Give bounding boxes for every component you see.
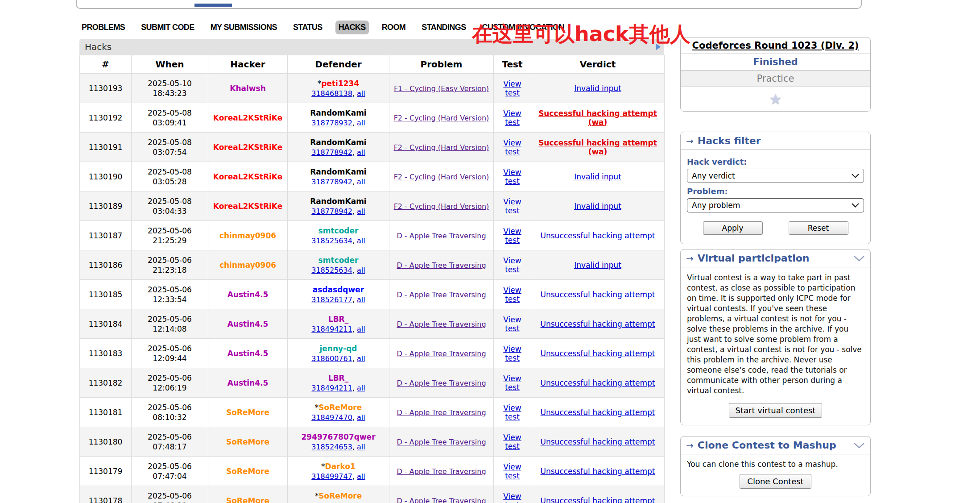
defender-handle-link[interactable]: peti1234 xyxy=(321,79,359,88)
hacker-handle-link[interactable]: SoReMore xyxy=(226,408,269,417)
all-submissions-link[interactable]: all xyxy=(357,472,365,481)
view-test-link[interactable]: View test xyxy=(503,197,521,215)
hacker-handle-link[interactable]: KoreaL2KStRiKe xyxy=(213,202,282,211)
chevron-down-icon[interactable] xyxy=(853,442,865,449)
hacker-handle-link[interactable]: KoreaL2KStRiKe xyxy=(213,172,282,181)
view-test-link[interactable]: View test xyxy=(503,168,521,186)
submission-link[interactable]: 318778942 xyxy=(311,207,352,216)
submission-link[interactable]: 318497470 xyxy=(311,413,352,422)
hacker-handle-link[interactable]: chinmay0906 xyxy=(219,231,276,240)
all-submissions-link[interactable]: all xyxy=(357,178,365,186)
defender-handle-link[interactable]: smtcoder xyxy=(318,226,359,235)
submission-link[interactable]: 318778932 xyxy=(311,119,352,127)
defender-handle-link[interactable]: SoReMore xyxy=(318,491,362,500)
chevron-down-icon[interactable] xyxy=(853,255,865,262)
view-test-link[interactable]: View test xyxy=(503,286,521,303)
problem-link[interactable]: F2 - Cycling (Hard Version) xyxy=(394,202,489,211)
nav-item[interactable]: ROOM xyxy=(379,21,409,34)
star-icon[interactable]: ★ xyxy=(769,91,782,108)
problem-link[interactable]: F2 - Cycling (Hard Version) xyxy=(394,114,489,122)
defender-handle-link[interactable]: asdasdqwer xyxy=(313,285,364,294)
hacker-handle-link[interactable]: SoReMore xyxy=(226,467,269,476)
submission-link[interactable]: 318499747 xyxy=(311,472,352,481)
defender-handle-link[interactable]: smtcoder xyxy=(318,256,359,265)
verdict-link[interactable]: Unsuccessful hacking attempt xyxy=(541,349,655,358)
verdict-link[interactable]: Unsuccessful hacking attempt xyxy=(541,408,655,417)
problem-link[interactable]: D - Apple Tree Traversing xyxy=(397,438,486,446)
problem-link[interactable]: D - Apple Tree Traversing xyxy=(397,349,486,358)
defender-handle-link[interactable]: jenny-qd xyxy=(319,344,357,353)
verdict-link[interactable]: Invalid input xyxy=(574,261,621,270)
all-submissions-link[interactable]: all xyxy=(357,413,365,422)
all-submissions-link[interactable]: all xyxy=(357,443,365,451)
view-test-link[interactable]: View test xyxy=(503,256,521,274)
all-submissions-link[interactable]: all xyxy=(357,237,365,245)
verdict-link[interactable]: Invalid input xyxy=(574,84,621,93)
view-test-link[interactable]: View test xyxy=(503,462,521,480)
submission-link[interactable]: 318468138 xyxy=(311,89,352,98)
defender-handle-link[interactable]: SoReMore xyxy=(318,403,362,412)
defender-handle-link[interactable]: 2949767807qwer xyxy=(301,432,375,441)
all-submissions-link[interactable]: all xyxy=(357,384,365,392)
verdict-link[interactable]: Unsuccessful hacking attempt xyxy=(541,467,655,476)
hacker-handle-link[interactable]: Austin4.5 xyxy=(227,378,269,387)
defender-handle-link[interactable]: Darko1 xyxy=(325,462,356,471)
all-submissions-link[interactable]: all xyxy=(357,502,365,503)
all-submissions-link[interactable]: all xyxy=(357,119,365,127)
submission-link[interactable]: 318525634 xyxy=(311,237,352,245)
submission-link[interactable]: 318494211 xyxy=(311,325,352,333)
problem-link[interactable]: D - Apple Tree Traversing xyxy=(397,379,486,387)
view-test-link[interactable]: View test xyxy=(503,79,521,97)
verdict-link[interactable]: Unsuccessful hacking attempt xyxy=(541,290,655,299)
problem-link[interactable]: D - Apple Tree Traversing xyxy=(397,261,486,270)
verdict-link[interactable]: Unsuccessful hacking attempt xyxy=(541,496,655,503)
submission-link[interactable]: 318524653 xyxy=(311,443,352,451)
submission-link[interactable]: 318494211 xyxy=(311,384,352,392)
hack-verdict-select[interactable]: Any verdict xyxy=(687,169,864,183)
verdict-link[interactable]: Unsuccessful hacking attempt xyxy=(541,231,655,240)
defender-handle-link[interactable]: LBR_ xyxy=(328,374,348,382)
verdict-link[interactable]: Unsuccessful hacking attempt xyxy=(541,437,655,446)
nav-item[interactable]: MY SUBMISSIONS xyxy=(207,21,280,34)
hacker-handle-link[interactable]: KoreaL2KStRiKe xyxy=(213,143,282,152)
defender-handle-link[interactable]: LBR_ xyxy=(328,315,348,324)
hacker-handle-link[interactable]: SoReMore xyxy=(226,496,269,503)
problem-link[interactable]: F2 - Cycling (Hard Version) xyxy=(394,173,489,181)
verdict-link[interactable]: Invalid input xyxy=(574,172,621,181)
view-test-link[interactable]: View test xyxy=(503,227,521,245)
verdict-link[interactable]: Successful hacking attempt (wa) xyxy=(538,138,657,156)
view-test-link[interactable]: View test xyxy=(503,138,521,156)
submission-link[interactable]: 318525634 xyxy=(311,266,352,274)
problem-link[interactable]: D - Apple Tree Traversing xyxy=(397,467,486,476)
problem-link[interactable]: D - Apple Tree Traversing xyxy=(397,408,486,417)
defender-handle-link[interactable]: RandomKami xyxy=(310,138,366,147)
nav-item[interactable]: STANDINGS xyxy=(418,21,469,34)
all-submissions-link[interactable]: all xyxy=(357,295,365,304)
nav-item[interactable]: STATUS xyxy=(290,21,326,34)
problem-filter-select[interactable]: Any problem xyxy=(687,198,864,212)
problem-link[interactable]: F2 - Cycling (Hard Version) xyxy=(394,143,489,152)
view-test-link[interactable]: View test xyxy=(503,374,521,392)
submission-link[interactable]: 318778942 xyxy=(311,148,352,157)
hacker-handle-link[interactable]: Khalwsh xyxy=(230,84,266,93)
all-submissions-link[interactable]: all xyxy=(357,266,365,274)
contest-title-link[interactable]: Codeforces Round 1023 (Div. 2) xyxy=(692,40,859,51)
submission-link[interactable]: 318497470 xyxy=(311,502,352,503)
view-test-link[interactable]: View test xyxy=(503,345,521,362)
all-submissions-link[interactable]: all xyxy=(357,89,365,98)
verdict-link[interactable]: Successful hacking attempt (wa) xyxy=(538,109,657,127)
submission-link[interactable]: 318778942 xyxy=(311,178,352,186)
verdict-link[interactable]: Invalid input xyxy=(574,202,621,211)
all-submissions-link[interactable]: all xyxy=(357,207,365,216)
hacker-handle-link[interactable]: Austin4.5 xyxy=(227,320,269,328)
view-test-link[interactable]: View test xyxy=(503,433,521,451)
problem-link[interactable]: D - Apple Tree Traversing xyxy=(397,232,486,240)
problem-link[interactable]: D - Apple Tree Traversing xyxy=(397,291,486,299)
view-test-link[interactable]: View test xyxy=(503,492,521,503)
start-virtual-contest-button[interactable]: Start virtual contest xyxy=(729,403,823,418)
view-test-link[interactable]: View test xyxy=(503,403,521,421)
problem-link[interactable]: F1 - Cycling (Easy Version) xyxy=(394,84,489,93)
verdict-link[interactable]: Unsuccessful hacking attempt xyxy=(541,320,655,328)
all-submissions-link[interactable]: all xyxy=(357,148,365,157)
hacker-handle-link[interactable]: chinmay0906 xyxy=(219,261,276,270)
